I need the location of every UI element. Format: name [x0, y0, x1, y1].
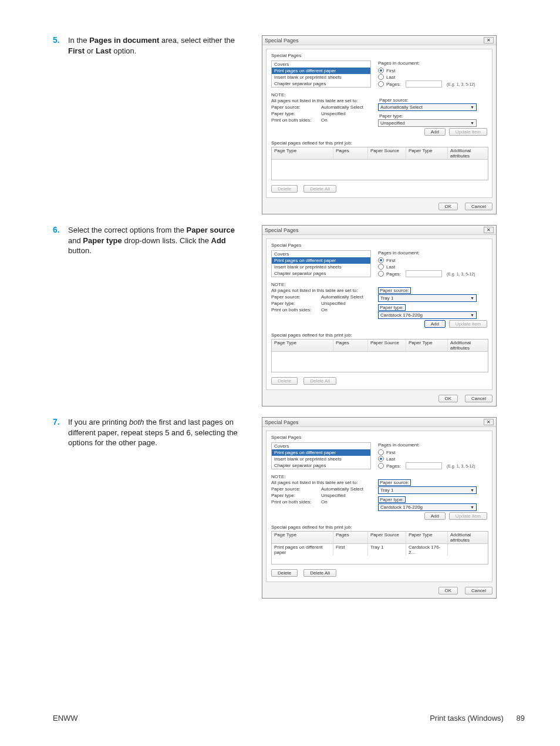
- radio-pages[interactable]: Pages:(E.g. 1, 3, 5-12): [378, 80, 487, 88]
- radio-first[interactable]: First: [378, 449, 487, 455]
- ok-button[interactable]: OK: [438, 587, 458, 594]
- paper-source-label: Paper source:: [378, 479, 411, 486]
- pages-example: (E.g. 1, 3, 5-12): [447, 272, 475, 276]
- section-label: Special Pages: [271, 53, 487, 58]
- close-icon[interactable]: ✕: [484, 37, 494, 43]
- add-button[interactable]: Add: [424, 512, 446, 520]
- cancel-button[interactable]: Cancel: [465, 395, 492, 402]
- kv-paper-type-label: Paper type:: [271, 301, 321, 306]
- step-number-5: 5.: [53, 35, 68, 45]
- footer-left: ENWW: [53, 714, 78, 723]
- chevron-down-icon: ▼: [470, 505, 474, 509]
- pages-input[interactable]: [406, 462, 442, 469]
- pages-input[interactable]: [406, 270, 442, 277]
- note-text: All pages not listed in this table are s…: [271, 480, 371, 485]
- cell-pages: First: [333, 544, 368, 556]
- kv-print-both-value: On: [321, 307, 328, 312]
- radio-pages[interactable]: Pages:(E.g. 1, 3, 5-12): [378, 270, 487, 277]
- dialog-title: Special Pages: [265, 419, 299, 425]
- page-footer: ENWW Print tasks (Windows) 89: [53, 714, 525, 723]
- radio-pages-label: Pages:: [386, 463, 401, 469]
- list-item-covers[interactable]: Covers: [272, 61, 370, 68]
- paper-source-label: Paper source:: [378, 287, 411, 294]
- cancel-button[interactable]: Cancel: [465, 203, 492, 210]
- radio-first[interactable]: First: [378, 257, 487, 263]
- th-add-attr[interactable]: Additional attributes: [448, 147, 488, 159]
- radio-pages[interactable]: Pages:(E.g. 1, 3, 5-12): [378, 462, 487, 469]
- pages-input[interactable]: [406, 80, 442, 88]
- list-item-insert-blank[interactable]: Insert blank or preprinted sheets: [272, 74, 370, 80]
- list-item-print-diff-paper[interactable]: Print pages on different paper: [272, 449, 370, 456]
- paper-source-dropdown[interactable]: Tray 1▼: [378, 486, 477, 494]
- radio-first[interactable]: First: [378, 68, 487, 73]
- th-paper-type[interactable]: Paper Type: [406, 532, 448, 543]
- radio-last[interactable]: Last: [378, 74, 487, 80]
- add-button[interactable]: Add: [424, 128, 446, 136]
- th-page-type[interactable]: Page Type: [272, 532, 333, 543]
- list-item-chapter-sep[interactable]: Chapter separator pages: [272, 462, 370, 469]
- cell-paper-type: Cardstock 176-2...: [406, 544, 448, 556]
- paper-type-value: Cardstock 176-220g: [380, 505, 423, 510]
- delete-button[interactable]: Delete: [271, 377, 298, 385]
- th-add-attr[interactable]: Additional attributes: [448, 532, 488, 543]
- paper-type-dropdown[interactable]: Cardstock 176-220g▼: [378, 311, 477, 319]
- th-paper-source[interactable]: Paper Source: [368, 147, 406, 159]
- list-item-insert-blank[interactable]: Insert blank or preprinted sheets: [272, 456, 370, 462]
- list-item-chapter-sep[interactable]: Chapter separator pages: [272, 80, 370, 87]
- radio-last[interactable]: Last: [378, 264, 487, 270]
- th-pages[interactable]: Pages: [333, 147, 368, 159]
- note-title: NOTE:: [271, 282, 371, 287]
- radio-first-label: First: [386, 258, 396, 263]
- list-item-print-diff-paper[interactable]: Print pages on different paper: [272, 257, 370, 264]
- update-item-button[interactable]: Update item: [449, 128, 487, 136]
- list-item-covers[interactable]: Covers: [272, 443, 370, 449]
- th-add-attr[interactable]: Additional attributes: [448, 340, 488, 351]
- delete-all-button[interactable]: Delete All: [303, 569, 336, 577]
- section-label: Special Pages: [271, 243, 487, 248]
- th-paper-type[interactable]: Paper Type: [406, 340, 448, 351]
- cancel-button[interactable]: Cancel: [465, 587, 492, 594]
- dialog-step5: Special Pages ✕ Special Pages Covers Pri…: [262, 35, 497, 214]
- th-paper-source[interactable]: Paper Source: [368, 532, 406, 543]
- th-page-type[interactable]: Page Type: [272, 340, 333, 351]
- special-pages-dialog: Special Pages ✕ Special Pages Covers Pri…: [262, 417, 497, 599]
- paper-source-dropdown[interactable]: Tray 1▼: [378, 294, 477, 302]
- special-pages-listbox[interactable]: Covers Print pages on different paper In…: [271, 442, 371, 469]
- delete-all-button[interactable]: Delete All: [303, 377, 336, 385]
- th-paper-type[interactable]: Paper Type: [406, 147, 448, 159]
- list-item-covers[interactable]: Covers: [272, 251, 370, 257]
- close-icon[interactable]: ✕: [484, 227, 494, 233]
- step-text-7: If you are printing both the first and l…: [68, 417, 238, 448]
- delete-button[interactable]: Delete: [271, 185, 298, 193]
- update-item-button[interactable]: Update item: [449, 512, 487, 520]
- th-pages[interactable]: Pages: [333, 340, 368, 351]
- list-item-print-diff-paper[interactable]: Print pages on different paper: [272, 68, 370, 74]
- add-button[interactable]: Add: [424, 320, 446, 328]
- paper-source-value: Tray 1: [380, 295, 393, 301]
- kv-paper-source-label: Paper source:: [271, 486, 321, 492]
- kv-paper-type-value: Unspecified: [321, 111, 346, 116]
- kv-paper-source-value: Automatically Select: [321, 486, 363, 492]
- special-pages-listbox[interactable]: Covers Print pages on different paper In…: [271, 250, 371, 277]
- special-pages-listbox[interactable]: Covers Print pages on different paper In…: [271, 61, 371, 88]
- ok-button[interactable]: OK: [438, 203, 458, 210]
- paper-source-dropdown[interactable]: Automatically Select▼: [378, 103, 477, 111]
- defined-label: Special pages defined for this print job…: [271, 525, 487, 530]
- close-icon[interactable]: ✕: [484, 419, 494, 425]
- update-item-button[interactable]: Update item: [449, 320, 487, 328]
- radio-icon: [378, 81, 384, 87]
- paper-type-dropdown[interactable]: Unspecified▼: [378, 119, 477, 127]
- delete-button[interactable]: Delete: [271, 569, 298, 577]
- list-item-chapter-sep[interactable]: Chapter separator pages: [272, 270, 370, 277]
- paper-type-dropdown[interactable]: Cardstock 176-220g▼: [378, 503, 477, 511]
- th-paper-source[interactable]: Paper Source: [368, 340, 406, 351]
- special-pages-dialog: Special Pages ✕ Special Pages Covers Pri…: [262, 35, 497, 214]
- kv-paper-type-value: Unspecified: [321, 301, 346, 306]
- th-pages[interactable]: Pages: [333, 532, 368, 543]
- table-row[interactable]: Print pages on different paper First Tra…: [272, 544, 488, 556]
- list-item-insert-blank[interactable]: Insert blank or preprinted sheets: [272, 264, 370, 270]
- delete-all-button[interactable]: Delete All: [303, 185, 336, 193]
- th-page-type[interactable]: Page Type: [272, 147, 333, 159]
- ok-button[interactable]: OK: [438, 395, 458, 402]
- radio-last[interactable]: Last: [378, 456, 487, 462]
